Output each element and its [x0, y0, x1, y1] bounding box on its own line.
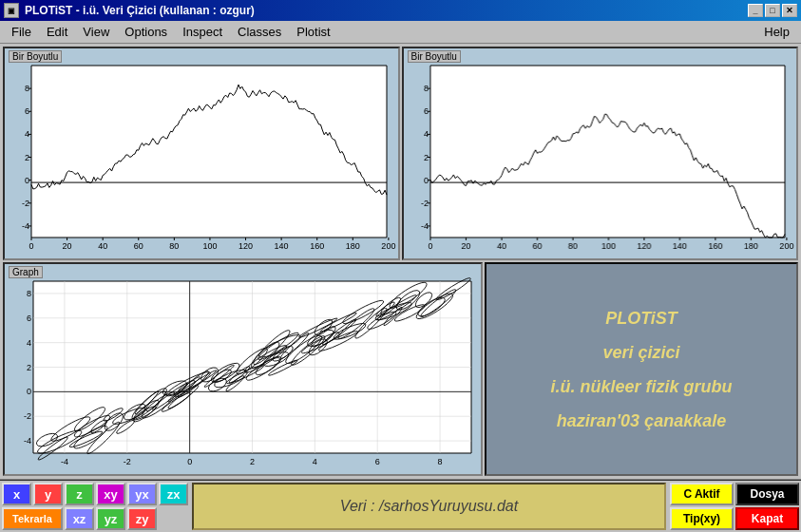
window-controls: _ □ ✕ — [748, 4, 797, 17]
btn-zy[interactable]: zy — [127, 507, 157, 530]
menu-plotist[interactable]: Plotist — [289, 23, 337, 41]
btn-xy[interactable]: xy — [96, 483, 125, 505]
menu-edit[interactable]: Edit — [39, 23, 75, 41]
main-content: Bir Boyutlu Bir Boyutlu Graph PLOTiST ve… — [0, 44, 801, 479]
menu-file[interactable]: File — [4, 23, 39, 41]
menu-options[interactable]: Options — [117, 23, 175, 41]
canvas-top-right — [404, 48, 797, 258]
plot-top-right-label: Bir Boyutlu — [408, 50, 461, 63]
btn-zx[interactable]: zx — [159, 483, 188, 505]
btn-z[interactable]: z — [65, 483, 94, 505]
btn-group-right: C Aktif Dosya Tip(xy) Kapat — [668, 481, 801, 532]
menu-view[interactable]: View — [75, 23, 117, 41]
btn-yx[interactable]: yx — [127, 483, 157, 505]
info-line-3: i.ü. nükleer fizik grubu — [550, 370, 732, 404]
btn-x[interactable]: x — [2, 483, 31, 505]
btn-tekrarla[interactable]: Tekrarla — [2, 507, 63, 530]
menu-classes[interactable]: Classes — [230, 23, 289, 41]
title-bar: ▣ PLOTiST - i.ü. Veri Çizici (kullanan :… — [0, 0, 801, 21]
menu-bar: File Edit View Options Inspect Classes P… — [0, 21, 801, 44]
btn-caktif[interactable]: C Aktif — [670, 483, 734, 505]
plots-area: Bir Boyutlu Bir Boyutlu Graph PLOTiST ve… — [2, 46, 799, 477]
bottom-toolbar: x y z xy yx zx Tekrarla xz yz zy Veri : … — [0, 479, 801, 532]
info-panel: PLOTiST veri çizici i.ü. nükleer fizik g… — [485, 262, 798, 476]
top-row: Bir Boyutlu Bir Boyutlu — [2, 46, 799, 261]
plot-bottom-left: Graph — [3, 262, 483, 476]
info-line-4: haziran'03 çanakkale — [557, 404, 726, 438]
close-btn[interactable]: ✕ — [782, 4, 797, 17]
menu-help[interactable]: Help — [756, 23, 797, 41]
canvas-top-left — [5, 48, 398, 258]
btn-yz[interactable]: yz — [96, 507, 125, 530]
btn-y[interactable]: y — [33, 483, 63, 505]
plot-top-right: Bir Boyutlu — [402, 47, 799, 260]
veri-text: Veri : /sarhosYuruyusu.dat — [340, 498, 518, 515]
bottom-row: Graph PLOTiST veri çizici i.ü. nükleer f… — [2, 261, 799, 477]
canvas-bottom-left — [5, 264, 481, 474]
btn-dosya[interactable]: Dosya — [735, 483, 799, 505]
maximize-btn[interactable]: □ — [765, 4, 780, 17]
plot-top-left-label: Bir Boyutlu — [9, 50, 62, 63]
title-icon: ▣ — [4, 3, 19, 18]
btn-group-left: x y z xy yx zx Tekrarla xz yz zy — [0, 481, 190, 532]
window-title: PLOTiST - i.ü. Veri Çizici (kullanan : o… — [25, 4, 255, 17]
btn-xz[interactable]: xz — [65, 507, 94, 530]
minimize-btn[interactable]: _ — [748, 4, 763, 17]
veri-area: Veri : /sarhosYuruyusu.dat — [192, 483, 666, 530]
menu-inspect[interactable]: Inspect — [175, 23, 230, 41]
info-line-2: veri çizici — [602, 335, 679, 370]
plot-top-left: Bir Boyutlu — [3, 47, 400, 260]
btn-tipxy[interactable]: Tip(xy) — [670, 507, 734, 530]
plot-bottom-left-label: Graph — [9, 266, 43, 278]
info-line-1: PLOTiST — [605, 301, 677, 335]
btn-kapat[interactable]: Kapat — [735, 507, 799, 530]
